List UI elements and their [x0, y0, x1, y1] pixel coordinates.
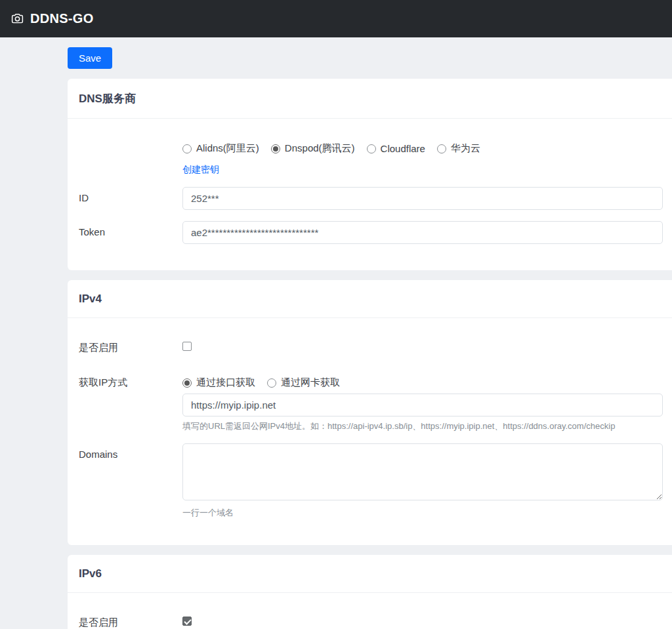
main-content: Save DNS服务商 Alidns(阿里云) Dnspod(腾讯云) — [0, 37, 672, 629]
radio-ipv4-by-netcard[interactable]: 通过网卡获取 — [267, 376, 340, 389]
ipv6-card: IPv6 是否启用 获取IP方式 通过接口获取 — [68, 555, 672, 629]
ipv6-enable-label: 是否启用 — [79, 611, 182, 629]
create-key-link[interactable]: 创建密钥 — [182, 164, 219, 176]
camera-icon — [10, 12, 24, 26]
radio-label: 通过网卡获取 — [281, 376, 340, 389]
ipv4-domains-help: 一行一个域名 — [182, 507, 663, 519]
ipv4-enable-label: 是否启用 — [79, 336, 182, 354]
ipv4-method-label: 获取IP方式 — [79, 371, 182, 389]
token-label: Token — [79, 221, 182, 237]
radio-icon — [182, 144, 192, 153]
ipv4-card: IPv4 是否启用 获取IP方式 通过接口获取 — [68, 280, 672, 545]
ipv4-card-header: IPv4 — [68, 280, 672, 318]
radio-label: Dnspod(腾讯云) — [285, 142, 355, 155]
dns-provider-card: DNS服务商 Alidns(阿里云) Dnspod(腾讯云) — [68, 79, 672, 270]
dns-provider-radio-group: Alidns(阿里云) Dnspod(腾讯云) Cloudflare — [182, 142, 663, 155]
ipv6-card-header: IPv6 — [68, 555, 672, 593]
id-label: ID — [79, 187, 182, 203]
ipv6-card-title: IPv6 — [79, 567, 661, 580]
radio-icon — [271, 144, 280, 153]
ipv4-method-radio-group: 通过接口获取 通过网卡获取 — [182, 376, 663, 389]
radio-label: 华为云 — [451, 142, 480, 155]
radio-label: 通过接口获取 — [196, 376, 255, 389]
id-input[interactable] — [182, 187, 663, 210]
provider-label-spacer — [79, 137, 182, 142]
ipv6-enable-checkbox[interactable] — [182, 617, 192, 626]
radio-cloudflare[interactable]: Cloudflare — [367, 142, 425, 155]
ipv4-domains-textarea[interactable] — [182, 443, 663, 500]
ipv4-url-help: 填写的URL需返回公网IPv4地址。如：https://api-ipv4.ip.… — [182, 420, 663, 432]
radio-icon — [437, 144, 446, 153]
ipv4-url-input[interactable] — [182, 394, 663, 416]
radio-icon — [267, 378, 276, 388]
radio-ipv4-by-api[interactable]: 通过接口获取 — [182, 376, 255, 389]
app-title: DDNS-GO — [30, 11, 94, 26]
ipv4-card-title: IPv4 — [79, 293, 661, 306]
radio-icon — [367, 144, 376, 153]
radio-alidns[interactable]: Alidns(阿里云) — [182, 142, 259, 155]
radio-icon — [182, 378, 192, 388]
radio-dnspod[interactable]: Dnspod(腾讯云) — [271, 142, 355, 155]
dns-card-title: DNS服务商 — [79, 91, 661, 106]
radio-huaweicloud[interactable]: 华为云 — [437, 142, 480, 155]
ipv4-enable-checkbox[interactable] — [182, 342, 192, 351]
ipv4-domains-label: Domains — [79, 443, 182, 460]
token-input[interactable] — [182, 221, 663, 244]
app-navbar: DDNS-GO — [0, 0, 672, 37]
radio-label: Alidns(阿里云) — [196, 142, 259, 155]
radio-label: Cloudflare — [381, 143, 425, 154]
dns-card-header: DNS服务商 — [68, 79, 672, 119]
save-button[interactable]: Save — [68, 47, 112, 69]
